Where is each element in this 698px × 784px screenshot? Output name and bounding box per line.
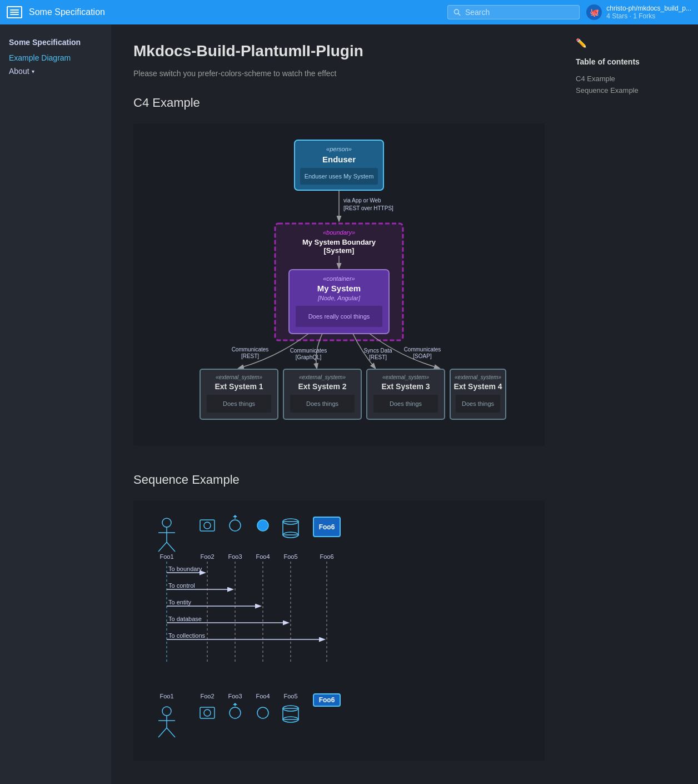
c4-diagram: «person» Enduser Enduser uses My System … — [133, 123, 545, 446]
svg-rect-0 — [10, 9, 19, 11]
logo-icon[interactable] — [7, 6, 22, 18]
toc-title: Table of contents — [576, 57, 669, 66]
svg-text:[GraphQL]: [GraphQL] — [296, 354, 322, 360]
sidebar: Some Specification Example Diagram About… — [0, 24, 111, 784]
svg-text:Communicates: Communicates — [404, 346, 441, 353]
svg-text:Foo2: Foo2 — [200, 693, 214, 699]
svg-text:To database: To database — [168, 616, 202, 622]
svg-point-59 — [204, 522, 211, 529]
main-content: Mkdocs-Build-PlantumlI-Plugin Please swi… — [111, 24, 567, 784]
svg-text:Foo6: Foo6 — [320, 553, 333, 560]
svg-text:Ext System 2: Ext System 2 — [298, 382, 346, 391]
toc-link-sequence[interactable]: Sequence Example — [576, 85, 669, 96]
svg-point-52 — [162, 518, 171, 527]
svg-text:Foo1: Foo1 — [159, 693, 173, 699]
search-icon — [453, 8, 461, 16]
svg-text:Foo5: Foo5 — [283, 553, 297, 560]
svg-point-61 — [230, 520, 241, 531]
svg-text:via App or Web: via App or Web — [343, 197, 381, 204]
svg-text:Does things: Does things — [306, 400, 339, 407]
page-layout: Some Specification Example Diagram About… — [0, 24, 698, 784]
svg-text:Foo4: Foo4 — [256, 693, 270, 699]
svg-text:Syncs Data: Syncs Data — [363, 348, 392, 354]
svg-text:Foo2: Foo2 — [200, 553, 214, 560]
svg-text:Foo3: Foo3 — [228, 693, 242, 699]
user-avatar: 🐙 — [586, 4, 602, 20]
svg-text:My System Boundary: My System Boundary — [302, 238, 376, 246]
search-bar[interactable] — [447, 5, 580, 19]
svg-text:My System: My System — [317, 284, 361, 293]
svg-rect-102 — [200, 707, 215, 718]
edit-icon[interactable]: ✏️ — [576, 38, 669, 48]
svg-text:«external_system»: «external_system» — [299, 374, 346, 380]
page-subtitle: Please switch you prefer-colors-scheme t… — [133, 69, 545, 78]
svg-line-56 — [167, 542, 175, 552]
search-input[interactable] — [465, 8, 574, 17]
page-title: Mkdocs-Build-PlantumlI-Plugin — [133, 42, 545, 60]
svg-point-107 — [257, 707, 268, 718]
svg-text:Communicates: Communicates — [290, 348, 327, 354]
svg-line-4 — [458, 13, 460, 15]
svg-rect-2 — [10, 14, 19, 15]
svg-rect-1 — [10, 12, 19, 13]
svg-text:To collections: To collections — [168, 632, 206, 639]
svg-text:Foo5: Foo5 — [283, 693, 297, 699]
sequence-diagram: Foo1 Foo2 Foo3 Foo4 Foo5 — [133, 500, 545, 761]
svg-text:Foo3: Foo3 — [228, 553, 242, 560]
svg-text:«boundary»: «boundary» — [323, 229, 355, 236]
svg-text:Foo1: Foo1 — [159, 553, 173, 560]
svg-text:Ext System 3: Ext System 3 — [381, 382, 430, 391]
svg-text:To entity: To entity — [168, 599, 191, 606]
sequence-section-title: Sequence Example — [133, 473, 545, 487]
svg-text:[System]: [System] — [324, 246, 355, 255]
svg-text:«container»: «container» — [323, 275, 355, 282]
c4-section-title: C4 Example — [133, 96, 545, 110]
svg-text:Ext System 4: Ext System 4 — [453, 382, 502, 391]
svg-text:«external_system»: «external_system» — [455, 374, 501, 380]
sidebar-item-example-diagram[interactable]: Example Diagram — [9, 51, 102, 64]
svg-text:Foo6: Foo6 — [319, 696, 335, 704]
sequence-svg-bottom: Foo1 Foo2 Foo3 Foo4 Foo5 Foo6 — [144, 692, 467, 747]
user-details: christo-ph/mkdocs_build_p... 4 Stars · 1… — [606, 4, 691, 20]
svg-text:Does things: Does things — [390, 400, 422, 407]
svg-line-100 — [158, 728, 167, 737]
user-meta: 4 Stars · 1 Forks — [606, 12, 691, 20]
svg-text:[REST over HTTPS]: [REST over HTTPS] — [343, 205, 393, 211]
svg-text:Foo6: Foo6 — [319, 523, 335, 531]
svg-text:Does things: Does things — [462, 400, 495, 407]
c4-svg: «person» Enduser Enduser uses My System … — [167, 135, 511, 435]
toc-link-c4[interactable]: C4 Example — [576, 73, 669, 85]
sidebar-about-label: About — [9, 67, 29, 76]
site-title: Some Specification — [29, 7, 441, 17]
sidebar-item-about[interactable]: About ▾ — [9, 64, 102, 78]
svg-text:To boundary: To boundary — [168, 565, 202, 572]
chevron-down-icon: ▾ — [32, 68, 34, 75]
svg-marker-63 — [233, 515, 237, 517]
svg-text:«external_system»: «external_system» — [382, 374, 429, 380]
svg-point-103 — [204, 709, 211, 716]
svg-line-101 — [167, 728, 175, 737]
svg-text:Ext System 1: Ext System 1 — [215, 382, 263, 391]
svg-point-104 — [230, 707, 241, 718]
user-info[interactable]: 🐙 christo-ph/mkdocs_build_p... 4 Stars ·… — [586, 4, 691, 20]
user-name: christo-ph/mkdocs_build_p... — [606, 4, 691, 12]
svg-text:Foo4: Foo4 — [256, 553, 270, 560]
svg-text:[SOAP]: [SOAP] — [413, 353, 432, 359]
svg-text:[REST]: [REST] — [369, 354, 387, 360]
svg-text:Enduser uses My System: Enduser uses My System — [305, 173, 374, 180]
svg-text:[REST]: [REST] — [241, 353, 259, 359]
svg-text:Does really cool things: Does really cool things — [308, 313, 370, 320]
svg-line-55 — [158, 542, 167, 552]
svg-text:«person»: «person» — [326, 146, 352, 152]
table-of-contents: ✏️ Table of contents C4 Example Sequence… — [567, 24, 678, 784]
svg-point-97 — [162, 707, 171, 716]
svg-rect-58 — [200, 520, 215, 531]
svg-text:[Node, Angular]: [Node, Angular] — [317, 295, 361, 301]
svg-marker-106 — [233, 703, 237, 705]
svg-text:«external_system»: «external_system» — [216, 374, 262, 380]
svg-text:Communicates: Communicates — [232, 346, 269, 353]
svg-point-65 — [257, 520, 268, 531]
svg-text:Enduser: Enduser — [322, 155, 356, 164]
sequence-svg: Foo1 Foo2 Foo3 Foo4 Foo5 — [144, 512, 467, 689]
sidebar-title: Some Specification — [9, 38, 102, 47]
